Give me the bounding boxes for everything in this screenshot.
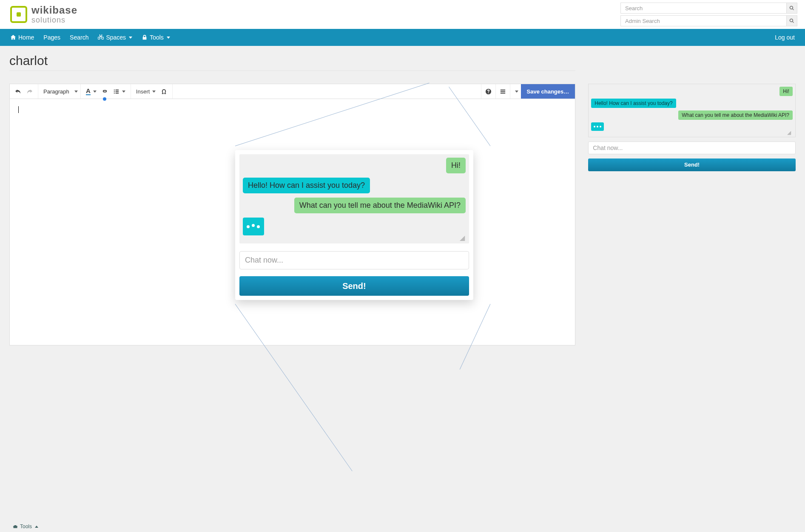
chat-msg-bot: Hello! How can I assist you today? [243, 178, 370, 193]
lock-icon [142, 34, 148, 40]
brand-logo[interactable]: wikibase solutions [10, 5, 77, 24]
chevron-up-icon [35, 526, 38, 528]
typing-indicator [243, 218, 264, 235]
nav-logout[interactable]: Log out [775, 34, 795, 41]
chevron-down-icon [129, 37, 132, 39]
redo-button[interactable] [24, 87, 35, 96]
help-button[interactable] [481, 84, 495, 99]
nav-search[interactable]: Search [70, 34, 88, 41]
save-button[interactable]: Save changes… [521, 84, 575, 99]
text-cursor [18, 106, 19, 113]
chat-msg-bot: Hello! How can I assist you today? [591, 99, 676, 108]
brand-text: wikibase solutions [31, 5, 77, 24]
nav-home-label: Home [18, 34, 34, 41]
home-icon [10, 34, 16, 40]
chat-messages-small: Hi! Hello! How can I assist you today? W… [589, 84, 795, 137]
admin-search-input[interactable] [620, 15, 786, 26]
brand-mark-icon [10, 6, 27, 23]
chat-messages-zoom: Hi! Hello! How can I assist you today? W… [239, 154, 469, 243]
send-button-small[interactable]: Send! [588, 158, 796, 171]
search-icon [789, 18, 794, 23]
nav-spaces[interactable]: Spaces [98, 34, 132, 41]
chat-msg-user: What can you tell me about the MediaWiki… [678, 110, 793, 120]
chevron-down-icon [167, 37, 170, 39]
search-icon [789, 6, 794, 11]
page-title: charlot [9, 54, 796, 68]
nav-tools[interactable]: Tools [142, 34, 170, 41]
chevron-down-icon [152, 91, 156, 93]
paragraph-select[interactable]: Paragraph [41, 87, 78, 96]
toolbox-icon [13, 524, 18, 529]
nav-tools-label: Tools [150, 34, 164, 41]
nav-home[interactable]: Home [10, 34, 34, 41]
list-icon [113, 88, 119, 95]
chat-msg-user: Hi! [779, 87, 793, 96]
admin-search-button[interactable] [786, 15, 797, 26]
chat-input-zoom[interactable] [239, 251, 469, 269]
brand-name: wikibase [31, 5, 77, 15]
admin-search-row [620, 15, 797, 26]
brand-sub: solutions [31, 16, 77, 24]
nav-spaces-label: Spaces [106, 34, 126, 41]
editor-toolbar: Paragraph A [9, 84, 575, 99]
chat-panel-small: Hi! Hello! How can I assist you today? W… [588, 84, 796, 137]
nav-search-label: Search [70, 34, 88, 41]
typing-indicator [591, 122, 604, 131]
search-input[interactable] [620, 3, 786, 14]
send-button-zoom[interactable]: Send! [239, 276, 469, 296]
page-body: charlot Paragraph [0, 46, 805, 532]
nav-logout-label: Log out [775, 34, 795, 41]
search-row [620, 3, 797, 14]
navbar: Home Pages Search Spaces Tools Log out [0, 29, 805, 46]
chat-msg-user: Hi! [446, 158, 466, 173]
edit-mode-button[interactable] [510, 84, 521, 99]
menu-icon [500, 88, 506, 95]
chat-msg-user: What can you tell me about the MediaWiki… [294, 198, 466, 213]
title-rule [9, 71, 575, 71]
chevron-down-icon [93, 91, 97, 93]
link-icon [102, 88, 108, 95]
redo-icon [26, 88, 33, 95]
footer-tools-label: Tools [20, 524, 32, 529]
nav-pages-label: Pages [43, 34, 60, 41]
active-dot-icon [103, 97, 106, 101]
chat-panel-zoom: Hi! Hello! How can I assist you today? W… [235, 150, 473, 300]
undo-icon [15, 88, 21, 95]
paragraph-style-select[interactable]: Paragraph [38, 84, 81, 99]
text-style-button[interactable]: A [83, 86, 99, 97]
search-button[interactable] [786, 3, 797, 14]
insert-button[interactable]: Insert [134, 87, 159, 96]
chat-zoom-overlay: Hi! Hello! How can I assist you today? W… [235, 150, 473, 300]
list-button[interactable] [111, 87, 128, 96]
resize-handle[interactable]: ◢ [591, 131, 793, 135]
text-style-icon: A [86, 88, 91, 95]
omega-icon [161, 88, 167, 95]
header: wikibase solutions [0, 0, 805, 29]
special-char-button[interactable] [158, 87, 170, 96]
chat-input-small[interactable] [588, 141, 796, 154]
chevron-down-icon [122, 91, 125, 93]
help-icon [485, 88, 492, 95]
link-button[interactable] [99, 87, 111, 96]
footer-tools[interactable]: Tools [13, 524, 38, 529]
insert-label: Insert [136, 88, 150, 95]
nav-pages[interactable]: Pages [43, 34, 60, 41]
menu-button[interactable] [495, 84, 510, 99]
search-stack [620, 3, 797, 26]
undo-button[interactable] [12, 87, 24, 96]
chevron-down-icon [515, 91, 518, 93]
spaces-icon [98, 34, 104, 40]
resize-handle[interactable]: ◢ [243, 235, 466, 240]
